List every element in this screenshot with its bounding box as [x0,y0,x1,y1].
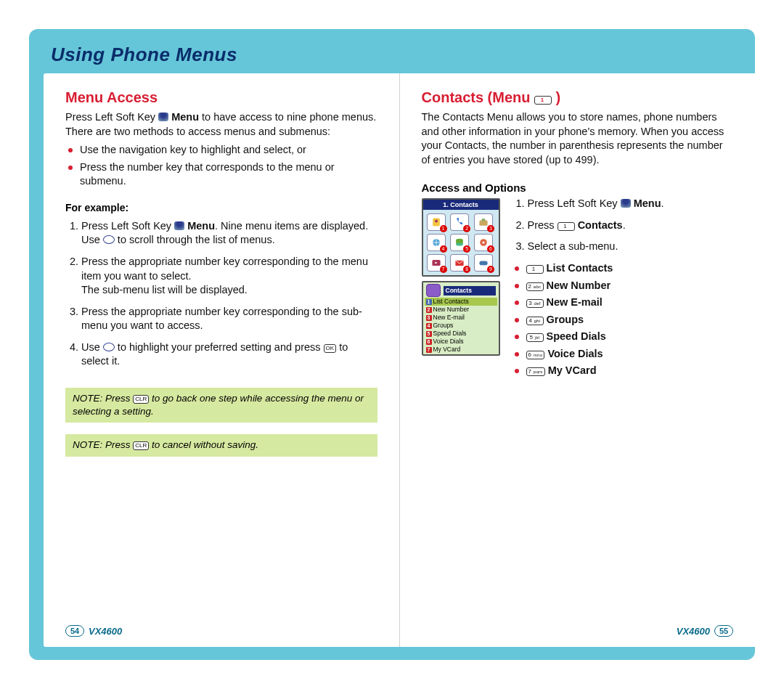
submenu-bullets: 1 List Contacts 2 abc New Number 3 def N… [512,261,734,378]
page-footer-left: 54 VX4600 [65,625,377,637]
page-footer-right: VX4600 55 [422,625,734,637]
menu-grid: 1 2 3 4 5 6 7 8 9 [423,210,499,275]
submenu-label: Groups [433,322,454,330]
submenu-row: 4Groups [425,322,497,330]
softkey-icon [158,113,168,121]
svg-point-7 [456,243,463,246]
page-number: 55 [714,625,733,637]
model-label: VX4600 [89,626,122,637]
step-item: Press 1 Contacts. [528,219,734,233]
key-1-icon: 1 [534,96,552,105]
submenu-row: 5Speed Dials [425,330,497,338]
manual-page-spread: Using Phone Menus Menu Access Press Left… [29,29,755,660]
svg-rect-3 [481,219,485,221]
key-icon: 5 jkl [526,333,544,342]
menu-icon-contacts: 1 [427,213,446,231]
list-item: 4 ghi Groups [512,313,734,327]
step-item: Select a sub-menu. [528,240,734,254]
submenu-label: Speed Dials [547,330,606,342]
text: . [661,197,664,209]
section-heading-right: Contacts (Menu 1 ) [422,89,734,106]
ok-key-icon: OK [324,344,337,353]
list-item: 6 mno Voice Dials [512,347,734,362]
intro-text: Press Left Soft Key Menu to have access … [65,110,377,139]
submenu-label: Groups [547,314,584,325]
submenu-row: 1List Contacts [425,298,497,306]
chapter-title: Using Phone Menus [44,44,755,73]
submenu-row: 2New Number [425,306,497,314]
menu-icon-tools: 3 [474,213,493,231]
menu-icon-settings: 6 [474,234,493,251]
step-item: Press Left Soft Key Menu. [528,197,734,211]
text: Press the appropriate number key corresp… [81,256,368,282]
list-item: 1 List Contacts [512,261,734,276]
nav-ring-icon [103,343,115,351]
text: Use [81,234,103,245]
text: to cancel without saving. [149,439,258,450]
text: Use [81,341,103,353]
menu-icon-web: 4 [427,234,446,251]
right-text-column: Press Left Soft Key Menu. Press 1 Contac… [512,197,734,384]
submenu-label: Voice Dials [547,348,603,359]
text: Press [528,219,558,231]
key-icon: 6 mno [526,351,545,359]
page-right: Contacts (Menu 1 ) The Contacts Menu all… [400,73,756,647]
text: NOTE: Press [73,393,133,404]
text: . [623,219,626,231]
submenu-label: New E-mail [433,314,465,322]
text-bold: Contacts [578,219,623,231]
svg-point-9 [482,242,484,244]
text: Press Left Soft Key [65,111,158,123]
clr-key-icon: CLR [133,395,149,404]
text: . Nine menu items are displayed. [215,220,368,232]
text: to highlight your preferred setting and … [118,341,324,353]
clr-key-icon: CLR [133,441,149,450]
text: Press Left Soft Key [528,197,621,209]
text: ) [552,89,560,105]
key-icon: 4 ghi [526,317,544,325]
list-item: 7 pqrs My VCard [512,364,734,378]
list-item: Use the navigation key to highlight and … [65,143,377,158]
key-icon: 7 pqrs [526,367,545,376]
submenu-label: List Contacts [433,298,469,306]
step-item: Press Left Soft Key Menu. Nine menu item… [81,219,377,248]
list-item: Press the number key that corresponds to… [65,160,377,189]
screen-title: 1. Contacts [423,200,499,210]
submenu-list-screen: Contacts 1List Contacts 2New Number 3New… [423,282,499,354]
section-heading-left: Menu Access [65,89,377,106]
text: The sub-menu list will be displayed. [81,284,248,295]
menu-icon-games: 9 [474,254,493,272]
text: Press the appropriate number key corresp… [81,306,362,332]
key-icon: 2 abc [526,282,544,291]
submenu-label: New Number [547,280,611,291]
svg-rect-2 [479,221,487,226]
phone-screen-main: 1. Contacts 1 2 3 4 5 6 7 8 9 [422,198,500,277]
text: Press Left Soft Key [81,220,174,232]
key-icon: 3 def [526,299,544,308]
submenu-row: 3New E-mail [425,314,497,322]
submenu-label: My VCard [548,364,597,376]
model-label: VX4600 [677,626,710,637]
submenu-label: Speed Dials [433,330,467,338]
bullet-list: Use the navigation key to highlight and … [65,143,377,192]
step-item: Use to highlight your preferred setting … [81,341,377,369]
step-item: Press the appropriate number key corresp… [81,305,377,333]
submenu-label: Voice Dials [433,338,464,346]
list-item: 5 jkl Speed Dials [512,330,734,344]
menu-icon-data: 5 [450,234,469,251]
softkey-icon [174,221,184,230]
key-icon: 1 [526,265,544,274]
menu-icon-calls: 2 [450,213,469,231]
svg-rect-13 [479,261,487,266]
page-left: Menu Access Press Left Soft Key Menu to … [44,73,400,647]
submenu-label: List Contacts [547,262,613,274]
submenu-row: 7My VCard [425,346,497,354]
submenu-row: 6Voice Dials [425,338,497,346]
list-item: 2 abc New Number [512,279,734,293]
right-columns: 1. Contacts 1 2 3 4 5 6 7 8 9 [422,197,734,384]
softkey-icon [621,199,631,208]
svg-point-1 [435,220,438,223]
text: Contacts (Menu [422,89,535,105]
note-box: NOTE: Press CLR to cancel without saving… [65,434,377,456]
note-box: NOTE: Press CLR to go back one step whil… [65,388,377,423]
